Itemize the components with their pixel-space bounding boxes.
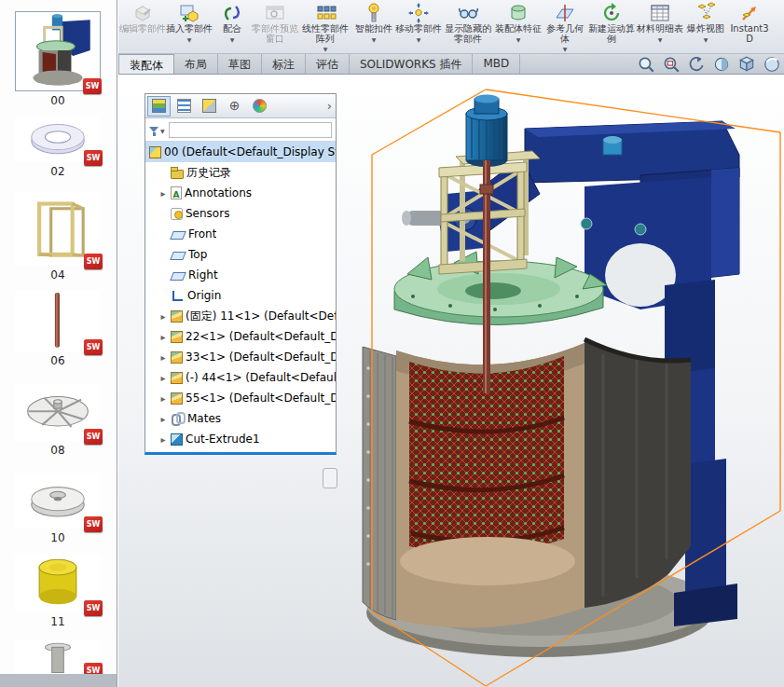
tab-feature-manager[interactable] — [147, 96, 171, 117]
thumbnail-rod[interactable]: SW — [15, 291, 101, 351]
thumbnail-impeller[interactable]: SW — [15, 384, 101, 441]
instant3d-icon — [737, 2, 762, 24]
tab-solidworks-addins[interactable]: SOLIDWORKS 插件 — [350, 54, 473, 74]
expand-arrow-icon[interactable] — [158, 309, 168, 323]
tab-sketch[interactable]: 草图 — [218, 54, 262, 74]
tree-row-sensors[interactable]: Sensors — [145, 203, 336, 224]
dropdown-arrow-icon[interactable] — [704, 34, 708, 41]
tab-property-manager[interactable] — [172, 96, 196, 117]
expand-arrow-icon[interactable] — [158, 392, 168, 405]
view-orientation-icon[interactable] — [737, 55, 756, 74]
thumbnail-frame-cage[interactable]: SW — [15, 192, 101, 266]
tab-configuration-manager[interactable] — [198, 96, 221, 117]
toolbar-button-edit-component[interactable]: 编辑零部件 — [119, 1, 166, 53]
toolbar-button-bill-of-materials[interactable]: 材料明细表 — [636, 1, 684, 53]
sw-part-badge: SW — [84, 516, 103, 532]
tab-mbd[interactable]: MBD — [473, 54, 520, 74]
mate-icon — [220, 2, 244, 24]
tree-row-cut-extrude1[interactable]: Cut-Extrude1 — [145, 429, 336, 449]
tab-evaluate[interactable]: 评估 — [306, 54, 350, 74]
dropdown-arrow-icon[interactable] — [563, 44, 568, 50]
tree-row-component-33[interactable]: 33<1> (Default<Default_Disp — [145, 347, 336, 367]
dropdown-arrow-icon[interactable] — [372, 34, 377, 41]
part-thumb-10[interactable]: SW 10 — [11, 474, 104, 544]
expand-arrow-icon[interactable] — [158, 433, 168, 446]
part-thumb-12[interactable]: SW — [11, 639, 104, 675]
part-thumb-11[interactable]: SW 11 — [11, 554, 104, 628]
tree-row-origin[interactable]: Origin — [145, 285, 336, 306]
thumbnail-disc[interactable]: SW — [15, 474, 101, 529]
toolbar-button-assembly-features[interactable]: 装配体特征 — [494, 1, 543, 53]
thumb-label: 00 — [11, 94, 104, 107]
tree-row-plane-right[interactable]: Right — [145, 265, 336, 285]
display-style-icon[interactable] — [763, 55, 781, 74]
tank-drum[interactable] — [363, 339, 691, 627]
show-hidden-components-icon — [456, 2, 480, 24]
thumbnail-yellow-cylinder[interactable]: SW — [15, 554, 101, 612]
filter-funnel-button[interactable] — [149, 123, 165, 136]
toolbar-button-linear-component-pattern[interactable]: 线性零部件阵列 — [298, 1, 352, 53]
dropdown-arrow-icon[interactable] — [187, 34, 192, 41]
toolbar-button-exploded-view[interactable]: 爆炸视图 — [684, 1, 727, 53]
toolbar-button-component-preview-window[interactable]: 零部件预览窗口 — [252, 1, 298, 53]
previous-view-icon[interactable] — [687, 55, 706, 74]
component-icon — [171, 372, 183, 384]
thumbnail-shaft-partial[interactable]: SW — [15, 639, 101, 675]
toolbar-button-reference-geometry[interactable]: 参考几何体 — [543, 1, 587, 53]
feature-tree: 00 (Default<Default_Display Sta 历史记录 Ann… — [145, 142, 336, 449]
dropdown-arrow-icon[interactable] — [417, 34, 421, 41]
part-thumb-04[interactable]: SW 04 — [11, 192, 104, 282]
part-thumb-06[interactable]: SW 06 — [11, 291, 104, 367]
expand-arrow-icon[interactable] — [158, 186, 168, 199]
thumbnail-assembly-mixer[interactable]: SW — [15, 11, 101, 91]
tab-markup[interactable]: 标注 — [262, 54, 306, 74]
tab-display-manager[interactable] — [248, 96, 271, 117]
tree-row-plane-front[interactable]: Front — [145, 224, 336, 244]
part-thumb-08[interactable]: SW 08 — [11, 384, 104, 457]
toolbar-label: 新建运动算例 — [587, 24, 636, 44]
toolbar-button-insert-component[interactable]: 插入零部件 — [166, 1, 213, 53]
tree-row-annotations[interactable]: Annotations — [145, 183, 336, 203]
tab-assembly[interactable]: 装配体 — [118, 54, 174, 74]
toolbar-label: 装配体特征 — [495, 24, 542, 34]
part-thumb-02[interactable]: SW 02 — [11, 116, 104, 178]
property-manager-icon — [177, 99, 191, 113]
dropdown-arrow-icon[interactable] — [323, 44, 328, 50]
toolbar-button-new-motion-study[interactable]: 新建运动算例 — [587, 1, 636, 53]
toolbar-button-instant3d[interactable]: Instant3D — [727, 1, 772, 53]
tree-row-history[interactable]: 历史记录 — [145, 162, 336, 183]
tab-dimxpert-manager[interactable] — [223, 96, 246, 117]
tree-row-component-22[interactable]: 22<1> (Default<Default_Disp — [145, 326, 336, 347]
command-manager-toolbar: 编辑零部件 插入零部件 配合 零部件预览窗口 — [118, 0, 784, 54]
tree-row-mates[interactable]: Mates — [145, 408, 336, 429]
toolbar-button-smart-fasteners[interactable]: 智能扣件 — [352, 1, 395, 53]
section-view-icon[interactable] — [712, 55, 731, 74]
dropdown-arrow-icon[interactable] — [658, 34, 663, 41]
tree-row-plane-top[interactable]: Top — [145, 244, 336, 265]
sw-part-badge: SW — [84, 150, 103, 166]
toolbar-button-move-component[interactable]: 移动零部件 — [395, 1, 442, 53]
zoom-to-fit-icon[interactable] — [637, 55, 655, 74]
dropdown-arrow-icon[interactable] — [230, 34, 235, 41]
expand-arrow-icon[interactable] — [158, 412, 168, 425]
tree-row-label: Origin — [187, 289, 221, 302]
part-thumb-00[interactable]: SW 00 — [11, 11, 104, 107]
zoom-to-area-icon[interactable] — [662, 55, 681, 74]
tab-layout[interactable]: 布局 — [174, 54, 218, 74]
panel-overflow-chevron-icon[interactable] — [327, 99, 332, 113]
expand-arrow-icon[interactable] — [158, 371, 168, 384]
toolbar-button-mate[interactable]: 配合 — [213, 1, 252, 53]
tree-row-component-11[interactable]: (固定) 11<1> (Default<Defau — [145, 306, 336, 326]
dropdown-arrow-icon[interactable] — [516, 34, 521, 41]
thumbnail-ring[interactable]: SW — [15, 116, 101, 162]
expand-arrow-icon[interactable] — [158, 330, 168, 343]
filter-input[interactable] — [169, 122, 332, 138]
tree-row-root-assembly[interactable]: 00 (Default<Default_Display Sta — [145, 142, 336, 162]
panel-scroll-handle[interactable] — [323, 468, 337, 488]
tree-row-component-44[interactable]: (-) 44<1> (Default<Default_D — [145, 367, 336, 388]
tree-row-component-55[interactable]: 55<1> (Default<Default_Disp — [145, 388, 336, 408]
motor[interactable] — [466, 95, 507, 168]
expand-arrow-icon[interactable] — [158, 350, 168, 364]
top-small-cylinder[interactable] — [603, 136, 622, 155]
toolbar-button-show-hidden-components[interactable]: 显示隐藏的零部件 — [442, 1, 494, 53]
